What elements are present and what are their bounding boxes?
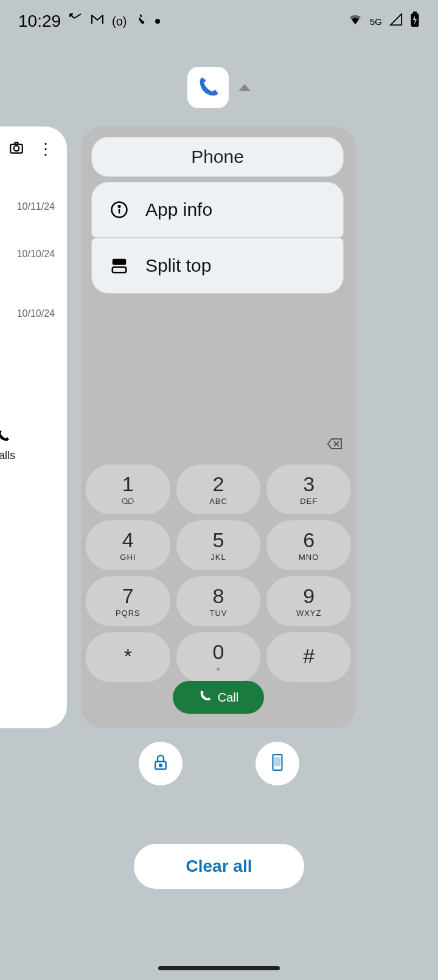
svg-point-8 (128, 499, 133, 503)
camera-icon[interactable] (9, 140, 24, 159)
call-button[interactable]: Call (173, 681, 264, 714)
menu-item-app-info[interactable]: App info (91, 182, 344, 238)
more-notifications-dot (155, 19, 160, 24)
backspace-icon[interactable] (327, 438, 342, 450)
recents-card-previous[interactable]: ⋮ 10/11/24 10/10/24 10/10/24 n the Calls (0, 126, 67, 728)
status-right: 5G (348, 12, 420, 31)
signal-icon (389, 13, 403, 30)
svg-rect-18 (275, 758, 280, 766)
keypad: 1 2ABC 3DEF 4GHI 5JKL 6MNO 7PQRS 8TUV 9W… (86, 464, 351, 682)
more-options-icon[interactable]: ⋮ (38, 140, 54, 159)
screenshot-icon (269, 753, 286, 774)
hand-icon (134, 13, 148, 30)
info-icon (109, 199, 130, 220)
key-1[interactable]: 1 (86, 464, 170, 514)
network-type-label: 5G (370, 16, 382, 27)
svg-rect-14 (113, 267, 127, 273)
phone-app-icon[interactable] (187, 67, 229, 108)
chevron-up-icon[interactable] (238, 84, 251, 91)
key-8[interactable]: 8TUV (176, 576, 261, 626)
status-bar: 10:29 (o) 5G (0, 0, 438, 43)
card-actions-row (0, 742, 438, 785)
screenshot-button[interactable] (255, 742, 299, 785)
calls-tab[interactable]: Calls (0, 429, 67, 462)
missed-call-icon (68, 12, 83, 30)
list-date: 10/10/24 (0, 308, 67, 319)
list-date: 10/11/24 (0, 201, 67, 212)
svg-point-16 (159, 764, 162, 767)
split-screen-icon (109, 255, 130, 276)
phone-icon (0, 435, 10, 445)
key-6[interactable]: 6MNO (266, 520, 351, 570)
status-left: 10:29 (o) (18, 12, 160, 31)
context-menu-title: Phone (91, 137, 344, 177)
svg-rect-13 (113, 259, 127, 265)
menu-item-label: App info (145, 199, 212, 220)
list-date: 10/10/24 (0, 249, 67, 260)
svg-point-7 (122, 499, 127, 503)
battery-icon (410, 12, 420, 31)
calls-tab-label: Calls (0, 449, 67, 462)
key-4[interactable]: 4GHI (86, 520, 170, 570)
key-5[interactable]: 5JKL (176, 520, 261, 570)
recents-app-header (0, 67, 438, 108)
key-7[interactable]: 7PQRS (86, 576, 170, 626)
lock-icon (151, 753, 170, 774)
key-9[interactable]: 9WXYZ (266, 576, 351, 626)
svg-rect-1 (413, 12, 417, 13)
navigation-handle[interactable] (158, 966, 280, 970)
voicemail-icon (122, 497, 134, 506)
app-context-menu: Phone App info Split top (91, 137, 344, 294)
menu-item-split-top[interactable]: Split top (91, 238, 344, 294)
key-hash[interactable]: # (266, 632, 351, 682)
key-star[interactable]: * (86, 632, 170, 682)
status-time: 10:29 (18, 12, 61, 31)
svg-point-3 (14, 146, 19, 151)
wifi-icon (348, 12, 363, 30)
menu-item-label: Split top (145, 255, 211, 276)
notification-count-icon: (o) (112, 15, 127, 29)
svg-point-12 (119, 205, 120, 207)
key-3[interactable]: 3DEF (266, 464, 351, 514)
key-0[interactable]: 0+ (176, 632, 261, 682)
clear-all-button[interactable]: Clear all (134, 844, 304, 889)
lock-app-button[interactable] (139, 742, 182, 785)
gmail-icon (90, 12, 105, 30)
clear-all-label: Clear all (186, 857, 252, 876)
call-button-label: Call (218, 691, 238, 705)
phone-icon (198, 689, 212, 706)
key-2[interactable]: 2ABC (176, 464, 261, 514)
dialpad-area: 1 2ABC 3DEF 4GHI 5JKL 6MNO 7PQRS 8TUV 9W… (81, 424, 356, 728)
